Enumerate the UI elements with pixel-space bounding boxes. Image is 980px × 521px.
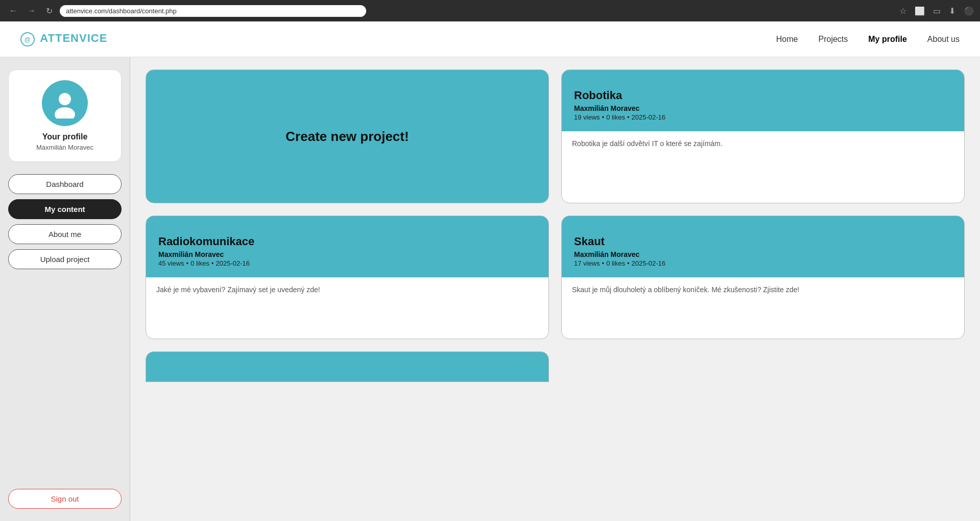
skaut-body: Skaut je můj dlouholetý a oblíbený koníč… — [562, 277, 964, 339]
robotika-title: Robotika — [574, 89, 952, 102]
radiokomunikace-author: Maxmilián Moravec — [158, 250, 536, 258]
partial-card-bottom[interactable] — [146, 351, 549, 382]
radiokomunikace-title: Radiokomunikace — [158, 235, 536, 248]
skaut-views: 17 views — [574, 259, 600, 267]
svg-point-3 — [55, 107, 75, 119]
skaut-title: Skaut — [574, 235, 952, 248]
star-icon[interactable]: ☆ — [899, 6, 906, 16]
robotika-body: Robotika je další odvětví IT o které se … — [562, 131, 964, 193]
robotika-likes: 0 likes — [606, 113, 625, 121]
robotika-date: 2025-02-16 — [632, 113, 666, 121]
radiokomunikace-body: Jaké je mé vybavení? Zajímavý set je uve… — [146, 277, 548, 339]
radiokomunikace-dot1: • — [186, 259, 189, 267]
nav-links: Home Projects My profile About us — [776, 35, 960, 44]
robotika-dot1: • — [602, 113, 605, 121]
skaut-meta: 17 views • 0 likes • 2025-02-16 — [574, 259, 952, 267]
nav-home[interactable]: Home — [776, 35, 798, 44]
forward-button[interactable]: → — [25, 4, 39, 17]
cast-icon[interactable]: ▭ — [933, 6, 941, 16]
skaut-author: Maxmilián Moravec — [574, 250, 952, 258]
robotika-card-header: Robotika Maxmilián Moravec 19 views • 0 … — [562, 70, 964, 131]
robotika-description: Robotika je další odvětví IT o které se … — [572, 139, 723, 148]
profile-username: Maxmilián Moravec — [36, 144, 93, 151]
dashboard-button[interactable]: Dashboard — [8, 174, 122, 194]
robotika-views: 19 views — [574, 113, 600, 121]
radiokomunikace-card-header: Radiokomunikace Maxmilián Moravec 45 vie… — [146, 216, 548, 277]
nav-projects[interactable]: Projects — [818, 35, 848, 44]
sidebar-nav: Dashboard My content About me Upload pro… — [8, 174, 122, 285]
download-icon[interactable]: ⬇ — [949, 6, 955, 16]
skaut-date: 2025-02-16 — [632, 259, 666, 267]
browser-chrome: ← → ↻ attenvice.com/dashboard/content.ph… — [0, 0, 980, 21]
radiokomunikace-meta: 45 views • 0 likes • 2025-02-16 — [158, 259, 536, 267]
skaut-card-header: Skaut Maxmilián Moravec 17 views • 0 lik… — [562, 216, 964, 277]
nav-my-profile[interactable]: My profile — [868, 35, 907, 44]
my-content-button[interactable]: My content — [8, 199, 122, 219]
upload-project-button[interactable]: Upload project — [8, 249, 122, 269]
address-bar[interactable]: attenvice.com/dashboard/content.php — [60, 5, 366, 17]
robotika-meta: 19 views • 0 likes • 2025-02-16 — [574, 113, 952, 121]
avatar — [42, 80, 88, 126]
profile-label: Your profile — [42, 132, 88, 141]
signout-button[interactable]: Sign out — [8, 489, 122, 509]
skaut-dot1: • — [602, 259, 605, 267]
extensions-icon[interactable]: ⬜ — [915, 6, 925, 16]
content-area: Create new project! Robotika Maxmilián M… — [130, 57, 980, 521]
radiokomunikace-card[interactable]: Radiokomunikace Maxmilián Moravec 45 vie… — [146, 216, 549, 339]
about-me-button[interactable]: About me — [8, 224, 122, 244]
radiokomunikace-views: 45 views — [158, 259, 184, 267]
radiokomunikace-description: Jaké je mé vybavení? Zajímavý set je uve… — [156, 286, 320, 294]
skaut-card[interactable]: Skaut Maxmilián Moravec 17 views • 0 lik… — [561, 216, 965, 339]
skaut-dot2: • — [627, 259, 630, 267]
robotika-author: Maxmilián Moravec — [574, 104, 952, 112]
top-nav: @ ATTENVICE Home Projects My profile Abo… — [0, 21, 980, 57]
browser-icons: ☆ ⬜ ▭ ⬇ ⚫ — [899, 6, 974, 16]
profile-card: Your profile Maxmilián Moravec — [8, 69, 122, 162]
robotika-dot2: • — [627, 113, 630, 121]
avatar-icon — [50, 88, 80, 119]
radiokomunikace-likes: 0 likes — [190, 259, 209, 267]
svg-point-2 — [59, 93, 71, 105]
create-card-title: Create new project! — [285, 129, 409, 145]
logo-text: ATTENVICE — [40, 32, 107, 44]
robotika-card[interactable]: Robotika Maxmilián Moravec 19 views • 0 … — [561, 69, 965, 203]
create-new-project-card[interactable]: Create new project! — [146, 69, 549, 203]
create-card-header: Create new project! — [146, 70, 548, 203]
back-button[interactable]: ← — [6, 4, 20, 17]
skaut-likes: 0 likes — [606, 259, 625, 267]
address-text: attenvice.com/dashboard/content.php — [66, 7, 177, 15]
skaut-description: Skaut je můj dlouholetý a oblíbený koníč… — [572, 286, 799, 294]
logo[interactable]: @ ATTENVICE — [20, 32, 107, 46]
nav-about-us[interactable]: About us — [927, 35, 960, 44]
svg-text:@: @ — [25, 36, 31, 43]
main-layout: Your profile Maxmilián Moravec Dashboard… — [0, 57, 980, 521]
radiokomunikace-dot2: • — [211, 259, 214, 267]
profile-icon[interactable]: ⚫ — [964, 6, 974, 16]
radiokomunikace-date: 2025-02-16 — [216, 259, 250, 267]
reload-button[interactable]: ↻ — [43, 4, 56, 18]
sidebar: Your profile Maxmilián Moravec Dashboard… — [0, 57, 130, 521]
logo-icon: @ — [20, 32, 35, 46]
